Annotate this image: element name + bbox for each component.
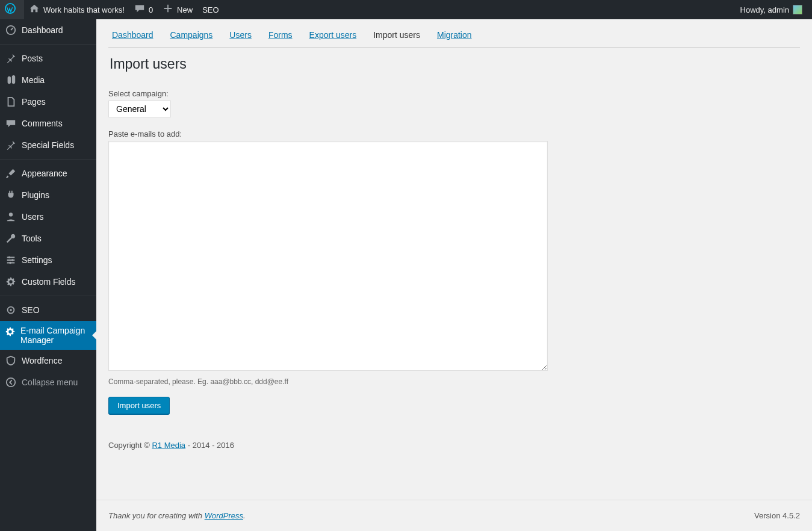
comments-link[interactable]: 0 bbox=[129, 0, 158, 19]
tab-migration[interactable]: Migration bbox=[437, 30, 472, 40]
dashboard-icon bbox=[5, 24, 17, 36]
footer-thanks-suffix: . bbox=[243, 511, 246, 520]
campaign-select[interactable]: General bbox=[108, 101, 171, 117]
tab-campaigns[interactable]: Campaigns bbox=[170, 30, 213, 40]
sidebar-item-label: Settings bbox=[22, 255, 52, 266]
account-link[interactable]: Howdy, admin bbox=[736, 0, 807, 19]
tab-forms[interactable]: Forms bbox=[268, 30, 293, 40]
wrench-icon bbox=[5, 232, 17, 244]
wordpress-icon bbox=[5, 3, 16, 16]
comment-icon bbox=[134, 3, 145, 16]
emails-field: Paste e-mails to add: Comma-separated, p… bbox=[108, 129, 800, 386]
sidebar-item-label: Custom Fields bbox=[22, 276, 75, 287]
new-link[interactable]: New bbox=[158, 0, 197, 19]
pin-icon bbox=[5, 52, 17, 64]
copyright-prefix: Copyright © bbox=[108, 441, 152, 450]
sidebar-item-custom-fields[interactable]: Custom Fields bbox=[0, 271, 96, 293]
tab-users[interactable]: Users bbox=[229, 30, 252, 40]
shield-icon bbox=[5, 355, 17, 367]
wp-footer: Thank you for creating with WordPress. V… bbox=[96, 500, 812, 531]
site-title: Work habits that works! bbox=[43, 5, 125, 14]
sidebar-item-users[interactable]: Users bbox=[0, 206, 96, 228]
sidebar-item-plugins[interactable]: Plugins bbox=[0, 184, 96, 206]
admin-bar: Work habits that works! 0 New SEO Howdy,… bbox=[0, 0, 812, 19]
comment-icon bbox=[5, 117, 17, 129]
brush-icon bbox=[5, 167, 17, 179]
footer-thanks: Thank you for creating with WordPress. bbox=[108, 511, 246, 520]
sub-nav: DashboardCampaignsUsersFormsExport users… bbox=[108, 25, 800, 48]
plus-icon bbox=[163, 3, 173, 16]
tab-import-users[interactable]: Import users bbox=[373, 30, 420, 40]
sidebar-item-media[interactable]: Media bbox=[0, 69, 96, 91]
sidebar-item-pages[interactable]: Pages bbox=[0, 91, 96, 113]
sidebar-item-appearance[interactable]: Appearance bbox=[0, 163, 96, 184]
sidebar-item-label: Pages bbox=[22, 96, 46, 107]
sidebar-item-collapse-menu[interactable]: Collapse menu bbox=[0, 371, 96, 393]
admin-bar-right: Howdy, admin bbox=[736, 0, 812, 19]
svg-point-3 bbox=[8, 256, 11, 259]
sidebar-item-label: Media bbox=[22, 75, 45, 85]
sidebar-item-wordfence[interactable]: Wordfence bbox=[0, 350, 96, 371]
media-icon bbox=[5, 74, 17, 86]
copyright: Copyright © R1 Media - 2014 - 2016 bbox=[108, 441, 800, 450]
sidebar-item-label: Wordfence bbox=[22, 355, 62, 366]
import-users-button[interactable]: Import users bbox=[108, 397, 170, 414]
home-icon bbox=[29, 3, 40, 16]
site-link[interactable]: Work habits that works! bbox=[24, 0, 129, 19]
sidebar-item-settings[interactable]: Settings bbox=[0, 249, 96, 271]
select-campaign-label: Select campaign: bbox=[108, 89, 800, 98]
sidebar-item-dashboard[interactable]: Dashboard bbox=[0, 19, 96, 41]
sidebar-item-label: Users bbox=[22, 211, 44, 222]
emails-label: Paste e-mails to add: bbox=[108, 129, 800, 138]
admin-bar-left: Work habits that works! 0 New SEO bbox=[0, 0, 224, 19]
admin-sidebar: DashboardPostsMediaPagesCommentsSpecial … bbox=[0, 19, 96, 531]
tab-export-users[interactable]: Export users bbox=[309, 30, 357, 40]
page-wrap: DashboardCampaignsUsersFormsExport users… bbox=[96, 19, 812, 482]
svg-point-2 bbox=[9, 213, 13, 216]
tab-dashboard[interactable]: Dashboard bbox=[112, 30, 153, 40]
sidebar-item-label: Special Fields bbox=[22, 140, 74, 151]
sidebar-item-label: Posts bbox=[22, 53, 43, 64]
gear-icon bbox=[5, 326, 16, 338]
sidebar-item-label: Plugins bbox=[22, 190, 49, 200]
sidebar-item-label: Collapse menu bbox=[22, 377, 78, 388]
seo-link[interactable]: SEO bbox=[197, 0, 223, 19]
sidebar-item-special-fields[interactable]: Special Fields bbox=[0, 134, 96, 156]
copyright-suffix: - 2014 - 2016 bbox=[185, 441, 234, 450]
new-label: New bbox=[177, 5, 193, 14]
sidebar-item-label: Comments bbox=[22, 118, 63, 129]
avatar bbox=[793, 5, 802, 14]
wp-logo[interactable] bbox=[0, 0, 24, 19]
sidebar-item-label: E-mail Campaign Manager bbox=[20, 326, 91, 345]
page-title: Import users bbox=[110, 56, 800, 72]
pin-icon bbox=[5, 139, 17, 151]
svg-point-0 bbox=[5, 4, 15, 13]
footer-thanks-prefix: Thank you for creating with bbox=[108, 511, 205, 520]
sliders-icon bbox=[5, 254, 17, 266]
seo-label: SEO bbox=[202, 5, 218, 14]
footer-version: Version 4.5.2 bbox=[754, 511, 800, 520]
admin-menu: DashboardPostsMediaPagesCommentsSpecial … bbox=[0, 19, 96, 393]
sidebar-item-tools[interactable]: Tools bbox=[0, 228, 96, 249]
svg-point-5 bbox=[9, 262, 11, 264]
emails-textarea[interactable] bbox=[108, 141, 548, 371]
sidebar-item-comments[interactable]: Comments bbox=[0, 113, 96, 134]
plug-icon bbox=[5, 189, 17, 201]
footer-wordpress-link[interactable]: WordPress bbox=[205, 511, 243, 520]
gear-icon bbox=[5, 276, 17, 288]
sidebar-item-posts[interactable]: Posts bbox=[0, 48, 96, 69]
select-campaign-field: Select campaign: General bbox=[108, 89, 800, 129]
page-icon bbox=[5, 96, 17, 108]
sidebar-item-label: SEO bbox=[22, 305, 40, 315]
svg-point-4 bbox=[11, 259, 14, 261]
sidebar-item-label: Appearance bbox=[22, 168, 67, 179]
collapse-icon bbox=[5, 376, 17, 388]
sidebar-item-label: Dashboard bbox=[22, 25, 63, 36]
svg-point-7 bbox=[10, 309, 12, 311]
seo-icon bbox=[5, 304, 17, 316]
sidebar-item-seo[interactable]: SEO bbox=[0, 299, 96, 321]
sidebar-item-e-mail-campaign-manager[interactable]: E-mail Campaign Manager bbox=[0, 321, 96, 350]
copyright-link[interactable]: R1 Media bbox=[152, 441, 185, 450]
content-area: DashboardCampaignsUsersFormsExport users… bbox=[96, 19, 812, 531]
sidebar-item-label: Tools bbox=[22, 233, 42, 244]
